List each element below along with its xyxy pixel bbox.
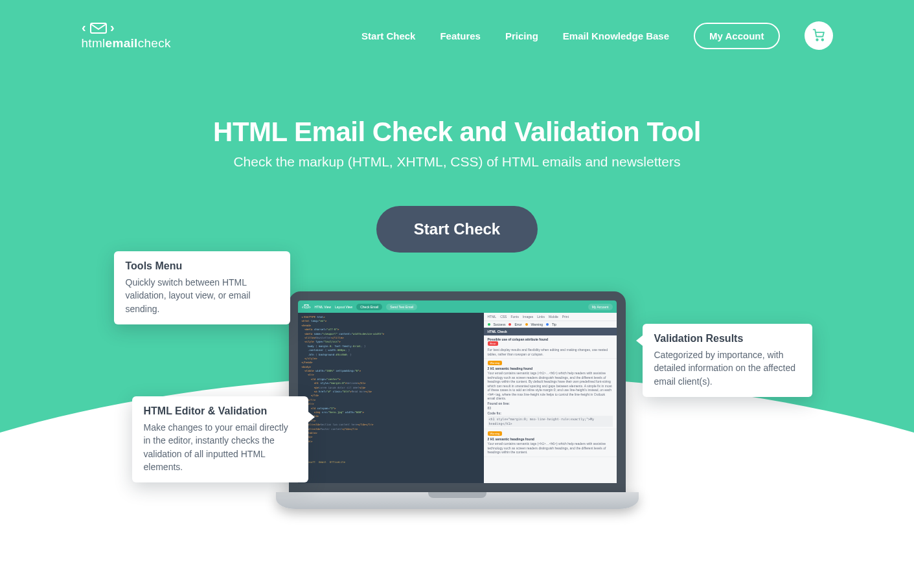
svg-text:›: › bbox=[309, 304, 311, 310]
app-body: <!DOCTYPE html> <html lang="en"> <head> … bbox=[298, 313, 617, 483]
svg-point-3 bbox=[816, 39, 818, 41]
svg-point-4 bbox=[821, 39, 823, 41]
app-tab-check-email: Check Email bbox=[356, 304, 382, 310]
result-item: Warning 2 H1 semantic headings found You… bbox=[484, 429, 617, 457]
my-account-button[interactable]: My Account bbox=[694, 23, 779, 49]
laptop-base bbox=[276, 492, 639, 509]
cart-icon bbox=[812, 28, 825, 43]
site-header: ‹ › htmlemailcheck Start Check Features … bbox=[49, 13, 865, 58]
results-pane: HTML CSS Fonts Images Links Mobile Print… bbox=[484, 313, 617, 483]
hero-content: HTML Email Check and Validation Tool Che… bbox=[166, 117, 749, 253]
laptop-mockup: ‹› HTML View Layout View Check Email Sen… bbox=[289, 291, 626, 509]
app-tab-html-view: HTML View bbox=[315, 305, 332, 309]
results-header: HTML Check bbox=[484, 328, 617, 335]
nav-features[interactable]: Features bbox=[440, 30, 481, 41]
callout-arrow-icon bbox=[308, 412, 315, 422]
nav-knowledge-base[interactable]: Email Knowledge Base bbox=[563, 30, 669, 41]
laptop-notch bbox=[428, 492, 486, 498]
hero-section: ‹ › htmlemailcheck Start Check Features … bbox=[0, 0, 914, 588]
results-legend: Success Error Warning Tip bbox=[484, 321, 617, 328]
nav-pricing[interactable]: Pricing bbox=[505, 30, 538, 41]
legend-dot-warning bbox=[525, 323, 528, 326]
main-nav: Start Check Features Pricing Email Knowl… bbox=[361, 21, 832, 50]
legend-dot-error bbox=[508, 323, 511, 326]
results-category-tabs: HTML CSS Fonts Images Links Mobile Print bbox=[484, 313, 617, 321]
app-toolbar: ‹› HTML View Layout View Check Email Sen… bbox=[298, 300, 617, 313]
product-preview: Tools Menu Quickly switch between HTML v… bbox=[140, 291, 775, 509]
laptop-screen: ‹› HTML View Layout View Check Email Sen… bbox=[289, 291, 626, 492]
callout-body: Make changes to your email directly in t… bbox=[144, 421, 297, 473]
nav-start-check[interactable]: Start Check bbox=[361, 30, 415, 41]
callout-tools-menu: Tools Menu Quickly switch between HTML v… bbox=[114, 251, 290, 324]
brand-text: htmlemailcheck bbox=[82, 36, 171, 51]
code-editor-pane: <!DOCTYPE html> <html lang="en"> <head> … bbox=[298, 313, 484, 483]
result-item: Possible use of colspan attribute found … bbox=[484, 335, 617, 359]
result-item: Warning 2 H1 semantic heading found Your… bbox=[484, 359, 617, 429]
brand-logo[interactable]: ‹ › htmlemailcheck bbox=[82, 21, 171, 51]
app-tab-send-test: Send Test Email bbox=[386, 304, 417, 310]
app-tab-layout-view: Layout View bbox=[335, 305, 352, 309]
callout-title: Tools Menu bbox=[126, 260, 279, 272]
cart-button[interactable] bbox=[805, 21, 833, 50]
app-account: My Account bbox=[588, 304, 613, 310]
hero-subtitle: Check the markup (HTML, XHTML, CSS) of H… bbox=[166, 154, 749, 170]
callout-editor: HTML Editor & Validation Make changes to… bbox=[132, 396, 308, 482]
svg-text:‹: ‹ bbox=[302, 304, 304, 310]
callout-title: HTML Editor & Validation bbox=[144, 405, 297, 417]
callout-body: Quickly switch between HTML validation, … bbox=[126, 276, 279, 315]
svg-text:›: › bbox=[110, 21, 115, 34]
svg-text:‹: ‹ bbox=[82, 21, 86, 34]
callout-title: Validation Results bbox=[654, 333, 801, 345]
legend-dot-success bbox=[488, 323, 490, 326]
app-logo-icon: ‹› bbox=[302, 304, 311, 310]
hero-title: HTML Email Check and Validation Tool bbox=[166, 117, 749, 148]
start-check-button[interactable]: Start Check bbox=[376, 206, 538, 253]
callout-arrow-icon bbox=[636, 335, 643, 346]
callout-validation-results: Validation Results Categorized by import… bbox=[643, 324, 812, 397]
legend-dot-tip bbox=[546, 323, 549, 326]
callout-body: Categorized by importance, with detailed… bbox=[654, 348, 801, 388]
envelope-icon: ‹ › bbox=[82, 21, 117, 35]
